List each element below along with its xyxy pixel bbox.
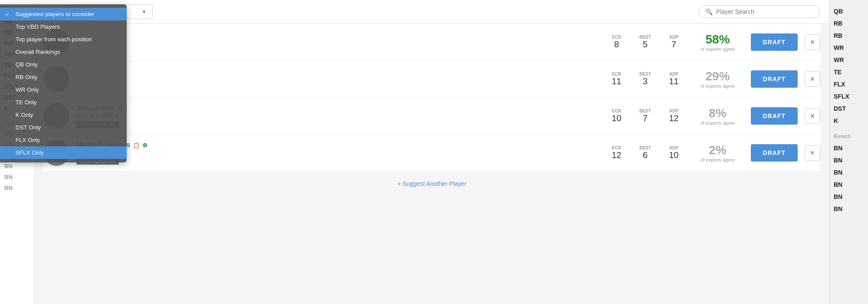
best-label: BEST bbox=[639, 145, 651, 150]
draft-button[interactable]: DRAFT bbox=[751, 144, 798, 162]
best-value: 5 bbox=[643, 40, 648, 50]
adp-stat: ADP 11 bbox=[663, 72, 685, 86]
menu-item-dst-only[interactable]: DST Only bbox=[0, 121, 127, 134]
menu-item-sflx-only[interactable]: SFLX Only bbox=[0, 146, 127, 159]
player-info: Michael Thomas 📋 ⊕ WR - NO - BYE 9 HIGH … bbox=[76, 141, 599, 165]
ecr-label: ECR bbox=[612, 109, 621, 113]
agree-pct: 58% bbox=[692, 33, 744, 46]
right-roster-sidebar: QB RB RB WR WR TE FLX SFLX DST K Bench B… bbox=[829, 0, 868, 304]
agree-pct: 8% bbox=[692, 106, 744, 120]
menu-item-vbd[interactable]: Top VBD Players bbox=[0, 20, 127, 33]
menu-item-label: Top player from each position bbox=[16, 36, 92, 43]
adp-stat: ADP 7 bbox=[663, 35, 685, 50]
ecr-stat: ECR 12 bbox=[606, 145, 628, 160]
adp-value: 12 bbox=[669, 113, 678, 123]
right-pos-k[interactable]: K bbox=[834, 116, 864, 126]
right-pos-sflx[interactable]: SFLX bbox=[834, 92, 864, 101]
suggest-another-button[interactable]: + Suggest Another Player bbox=[43, 172, 820, 196]
right-pos-wr2[interactable]: WR bbox=[834, 55, 864, 65]
agree-sub: of experts agree bbox=[692, 83, 744, 89]
player-row: Michael Thomas 📋 ⊕ WR - NO - BYE 9 HIGH … bbox=[43, 135, 820, 172]
menu-item-te-only[interactable]: TE Only bbox=[0, 96, 127, 109]
agree-section: 29% of experts agree bbox=[692, 69, 744, 89]
best-stat: BEST 3 bbox=[635, 72, 656, 86]
best-stat: BEST 5 bbox=[635, 35, 656, 50]
menu-item-suggested[interactable]: ✓ Suggested players to consider bbox=[0, 8, 127, 20]
best-stat: BEST 6 bbox=[635, 145, 656, 160]
check-icon: ✓ bbox=[5, 11, 12, 17]
best-value: 3 bbox=[643, 76, 648, 86]
right-bn-4[interactable]: BN bbox=[834, 180, 864, 189]
add-player-icon[interactable]: ⊕ bbox=[142, 142, 148, 149]
adp-value: 11 bbox=[669, 76, 678, 86]
chevron-down-icon: ▾ bbox=[143, 9, 145, 15]
draft-button[interactable]: DRAFT bbox=[751, 107, 798, 125]
agree-section: 58% of experts agree bbox=[692, 33, 744, 52]
menu-item-label: K Only bbox=[16, 112, 33, 118]
menu-item-top-position[interactable]: Top player from each position bbox=[0, 33, 127, 46]
player-meta: WR - NO - BYE 9 bbox=[76, 150, 599, 156]
right-pos-rb2[interactable]: RB bbox=[834, 31, 864, 40]
agree-pct: 29% bbox=[692, 69, 744, 83]
best-value: 7 bbox=[643, 113, 648, 123]
menu-item-rb-only[interactable]: RB Only bbox=[0, 71, 127, 83]
dismiss-button[interactable]: ✕ bbox=[805, 34, 820, 50]
right-bn-3[interactable]: BN bbox=[834, 168, 864, 177]
right-bn-2[interactable]: BN bbox=[834, 155, 864, 165]
menu-item-flx-only[interactable]: FLX Only bbox=[0, 134, 127, 146]
search-wrapper[interactable]: 🔍 bbox=[699, 5, 820, 18]
right-bn-1[interactable]: BN bbox=[834, 143, 864, 153]
ecr-stat: ECR 8 bbox=[606, 35, 628, 50]
adp-label: ADP bbox=[669, 72, 678, 76]
dismiss-button[interactable]: ✕ bbox=[805, 145, 820, 161]
player-name: Michael Thomas 📋 ⊕ bbox=[76, 141, 599, 149]
players-container: ECR 8 BEST 5 ADP 7 58% of experts agree … bbox=[35, 24, 829, 304]
ecr-stat: ECR 11 bbox=[606, 72, 628, 86]
player-row: Julio Jones 📋 WR - ATL - BYE 9 HIGH FLOO… bbox=[43, 98, 820, 135]
draft-button[interactable]: DRAFT bbox=[751, 70, 798, 88]
menu-item-label: RB Only bbox=[16, 74, 37, 80]
right-pos-te[interactable]: TE bbox=[834, 67, 864, 77]
menu-item-qb-only[interactable]: QB Only bbox=[0, 58, 127, 71]
ecr-value: 8 bbox=[614, 40, 619, 50]
main-content: View Expert Voting % ▾ ✓ Suggested playe… bbox=[35, 0, 829, 304]
player-row: ECR 11 BEST 3 ADP 11 29% of experts agre… bbox=[43, 61, 820, 98]
menu-item-k-only[interactable]: K Only bbox=[0, 109, 127, 121]
menu-item-label: Overall Rankings bbox=[16, 49, 60, 55]
agree-sub: of experts agree bbox=[692, 157, 744, 162]
player-name: Julio Jones 📋 bbox=[76, 104, 599, 112]
agree-sub: of experts agree bbox=[692, 120, 744, 126]
menu-item-overall[interactable]: Overall Rankings bbox=[0, 46, 127, 58]
right-pos-qb[interactable]: QB bbox=[834, 7, 864, 16]
best-label: BEST bbox=[639, 35, 651, 40]
ecr-value: 12 bbox=[612, 150, 621, 160]
right-pos-flx[interactable]: FLX bbox=[834, 79, 864, 89]
agree-section: 8% of experts agree bbox=[692, 106, 744, 126]
agree-sub: of experts agree bbox=[692, 46, 744, 52]
adp-stat: ADP 10 bbox=[663, 145, 685, 160]
right-bn-5[interactable]: BN bbox=[834, 192, 864, 202]
right-bn-6[interactable]: BN bbox=[834, 204, 864, 214]
notes-icon: 📋 bbox=[133, 142, 140, 149]
dismiss-button[interactable]: ✕ bbox=[805, 71, 820, 87]
view-dropdown-wrapper: Expert Voting % ▾ ✓ Suggested players to… bbox=[66, 4, 153, 19]
search-input[interactable] bbox=[716, 8, 814, 15]
best-value: 6 bbox=[643, 150, 648, 160]
ecr-label: ECR bbox=[612, 35, 621, 40]
menu-item-label: QB Only bbox=[16, 61, 38, 68]
draft-button[interactable]: DRAFT bbox=[751, 33, 798, 51]
right-pos-rb1[interactable]: RB bbox=[834, 19, 864, 28]
player-row: ECR 8 BEST 5 ADP 7 58% of experts agree … bbox=[43, 24, 820, 61]
search-icon: 🔍 bbox=[705, 8, 713, 15]
menu-item-label: SFLX Only bbox=[16, 149, 44, 156]
menu-item-label: Suggested players to consider bbox=[16, 11, 95, 17]
menu-item-label: WR Only bbox=[16, 86, 39, 93]
right-pos-dst[interactable]: DST bbox=[834, 104, 864, 113]
menu-item-label: DST Only bbox=[16, 124, 41, 131]
menu-item-wr-only[interactable]: WR Only bbox=[0, 83, 127, 96]
right-pos-wr1[interactable]: WR bbox=[834, 43, 864, 53]
dismiss-button[interactable]: ✕ bbox=[805, 108, 820, 124]
top-bar: View Expert Voting % ▾ ✓ Suggested playe… bbox=[35, 0, 829, 24]
adp-label: ADP bbox=[669, 35, 678, 40]
ecr-value: 11 bbox=[612, 76, 621, 86]
